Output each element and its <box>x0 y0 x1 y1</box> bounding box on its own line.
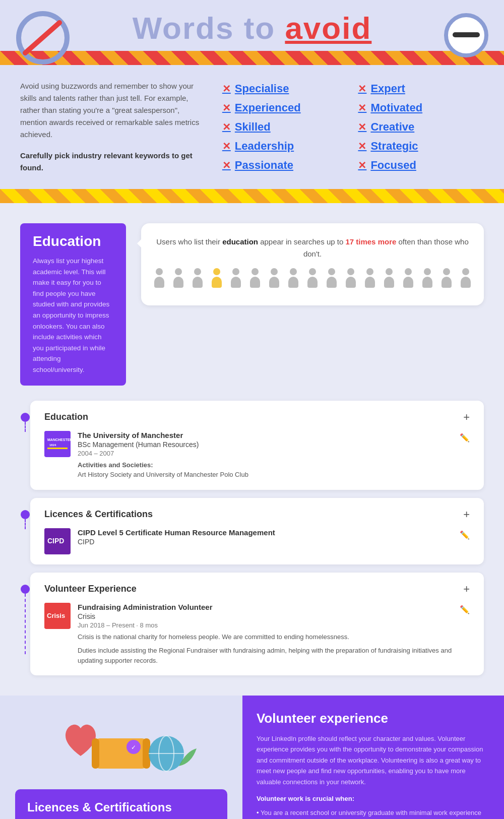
volunteer-info-desc: Your LinkedIn profile should reflect you… <box>257 733 490 787</box>
svg-text:1824: 1824 <box>49 444 56 447</box>
word-item-experienced: ✕ Experienced <box>222 99 348 116</box>
person-icon-3 <box>190 268 206 290</box>
person-icon-5 <box>228 268 244 290</box>
word-label: Experienced <box>235 101 301 114</box>
dot-circle-licences <box>21 510 30 519</box>
volunteer-bullet-1: You are a recent school or university gr… <box>257 807 490 818</box>
top-section: Words to avoid Avoid using buzzwords and… <box>0 0 504 203</box>
x-icon: ✕ <box>358 140 366 152</box>
degree-name: BSc Management (Human Resources) <box>78 440 453 449</box>
x-icon: ✕ <box>358 102 366 114</box>
person-icon-highlight <box>209 268 225 290</box>
education-profile-card: Education + MANCHESTER 1824 <box>30 401 484 490</box>
manchester-logo: MANCHESTER 1824 <box>44 431 71 457</box>
x-icon: ✕ <box>222 159 231 171</box>
svg-text:CIPD: CIPD <box>47 537 64 545</box>
volunteer-info-title: Volunteer experience <box>257 711 490 726</box>
volunteer-dates: Jun 2018 – Present · 8 mos <box>78 621 453 629</box>
volunteer-profile-card: Volunteer Experience + Crisis Fundrais <box>30 573 484 676</box>
x-icon: ✕ <box>222 140 231 152</box>
word-label: Motivated <box>370 101 422 114</box>
dot-line-licences <box>20 498 30 529</box>
dashed-line-licences <box>25 519 26 529</box>
person-icon-17 <box>458 268 474 290</box>
licences-edit-icon[interactable]: ✏️ <box>460 530 470 540</box>
keyword-advice: Carefully pick industry relevant keyword… <box>20 150 207 174</box>
word-label: Focused <box>370 159 416 172</box>
page-title: Words to avoid <box>20 10 484 46</box>
content-area: Avoid using buzzwords and remember to sh… <box>0 65 504 189</box>
licences-add-button[interactable]: + <box>463 508 470 521</box>
hazard-stripe-top <box>0 51 504 65</box>
word-label: Creative <box>370 120 414 134</box>
activities-label: Activities and Societies: <box>78 461 153 469</box>
minus-icon-right <box>444 13 489 58</box>
education-card: Education + MANCHESTER 1824 <box>30 401 484 490</box>
word-item-skilled: ✕ Skilled <box>222 118 348 136</box>
volunteer-desc1: Crisis is the national charity for homel… <box>78 632 453 642</box>
word-label: Strategic <box>370 140 418 153</box>
licences-info-box: Licences & Certifications Some occupatio… <box>15 789 227 819</box>
word-item-leadership: ✕ Leadership <box>222 138 348 155</box>
education-entry-row: MANCHESTER 1824 The University of Manche… <box>44 431 470 480</box>
education-card-wrapper: Education + MANCHESTER 1824 <box>20 401 484 490</box>
word-item-specialise: ✕ Specialise <box>222 80 348 97</box>
education-card-title: Education <box>44 412 88 422</box>
x-icon: ✕ <box>358 83 366 95</box>
intro-text-area: Avoid using buzzwords and remember to sh… <box>20 80 207 174</box>
volunteer-bullets-list: You are a recent school or university gr… <box>257 807 490 819</box>
person-icon-7 <box>266 268 282 290</box>
person-icon-1 <box>151 268 167 290</box>
education-edit-icon[interactable]: ✏️ <box>460 433 470 443</box>
cipd-logo-text: CIPD <box>44 528 71 554</box>
word-item-creative: ✕ Creative <box>358 118 484 136</box>
word-item-focused: ✕ Focused <box>358 157 484 174</box>
cipd-entry-details: CIPD Level 5 Certificate Human Resource … <box>78 528 453 546</box>
word-item-motivated: ✕ Motivated <box>358 99 484 116</box>
cipd-logo: CIPD <box>44 528 71 554</box>
dashed-line-education <box>25 422 26 432</box>
person-icon-8 <box>285 268 301 290</box>
x-icon: ✕ <box>222 83 231 95</box>
licences-profile-card: Licences & Certifications + CIPD CIPD <box>30 498 484 564</box>
education-entry-details: The University of Manchester BSc Managem… <box>78 431 453 480</box>
education-add-button[interactable]: + <box>463 411 470 424</box>
person-icon-10 <box>324 268 340 290</box>
volunteer-edit-icon[interactable]: ✏️ <box>460 605 470 614</box>
education-bubble: Users who list their education appear in… <box>141 223 484 305</box>
hazard-stripe-bottom <box>0 189 504 203</box>
svg-rect-7 <box>47 448 68 449</box>
x-icon: ✕ <box>222 121 231 133</box>
person-icon-15 <box>419 268 435 290</box>
edu-dates: 2004 – 2007 <box>78 450 453 457</box>
licences-card-header: Licences & Certifications + <box>44 508 470 521</box>
education-box-title: Education <box>33 233 113 249</box>
dot-circle-education <box>21 413 30 422</box>
person-icon-16 <box>438 268 455 290</box>
word-item-passionate: ✕ Passionate <box>222 157 348 174</box>
manchester-logo-text: MANCHESTER 1824 <box>44 431 71 457</box>
person-icon-14 <box>400 268 416 290</box>
volunteer-when-label: Volunteer work is crucial when: <box>257 793 490 804</box>
licences-card-title: Licences & Certifications <box>44 509 153 520</box>
person-icon-6 <box>247 268 263 290</box>
volunteer-add-button[interactable]: + <box>463 583 470 596</box>
education-box-desc: Always list your highest academic level.… <box>33 256 113 375</box>
word-label: Leadership <box>235 140 294 153</box>
header-area: Words to avoid <box>0 10 504 46</box>
x-icon: ✕ <box>222 102 231 114</box>
person-icon-11 <box>343 268 359 290</box>
word-label: Specialise <box>235 82 289 95</box>
x-icon: ✕ <box>358 159 366 171</box>
volunteer-card-wrapper: Volunteer Experience + Crisis Fundrais <box>20 573 484 676</box>
education-box: Education Always list your highest acade… <box>20 223 126 386</box>
volunteer-entry-row: Crisis Fundraising Administration Volunt… <box>44 603 470 666</box>
words-grid: ✕ Specialise ✕ Expert ✕ Experienced ✕ Mo… <box>222 80 484 174</box>
svg-rect-3 <box>453 32 480 37</box>
crisis-logo-text: Crisis <box>44 603 71 629</box>
svg-text:Crisis: Crisis <box>47 612 65 619</box>
prohibit-icon-left <box>15 10 71 66</box>
intro-paragraph: Avoid using buzzwords and remember to sh… <box>20 80 207 141</box>
licences-entry-row: CIPD CIPD Level 5 Certificate Human Reso… <box>44 528 470 554</box>
dot-line-volunteer <box>20 573 30 654</box>
